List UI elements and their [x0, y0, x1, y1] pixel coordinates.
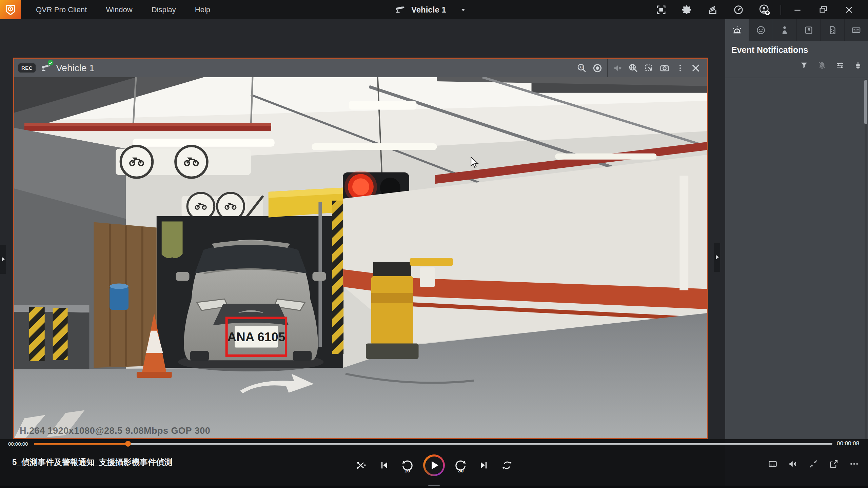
playback-controls: 10 30	[354, 451, 514, 479]
play-button[interactable]	[423, 454, 445, 476]
person-icon	[780, 25, 790, 35]
camera-video-content: H.264 1920x1080@28.5 9.08Mbps GOP 300	[14, 77, 707, 438]
divider	[607, 59, 608, 77]
system-icons	[648, 0, 862, 19]
close-view-button[interactable]	[688, 59, 704, 77]
duration-time: 00:00:08	[837, 440, 859, 447]
connected-check-icon	[47, 59, 54, 66]
tab-face-recognition[interactable]	[749, 19, 773, 41]
mute-notifications-icon[interactable]	[817, 61, 827, 70]
expand-right-icon	[715, 255, 719, 260]
sequential-view-button[interactable]	[704, 0, 721, 19]
tab-license-plates[interactable]	[845, 19, 868, 41]
tab-people-detection[interactable]	[773, 19, 797, 41]
qvr-logo-icon	[5, 4, 16, 16]
right-panel-expander[interactable]	[714, 243, 720, 272]
minimize-button[interactable]	[789, 0, 806, 19]
receipt-qr-icon	[827, 25, 837, 35]
menu-window[interactable]: Window	[106, 5, 132, 14]
region-snapshot-button[interactable]	[641, 59, 657, 77]
view-option-buttons	[768, 459, 859, 469]
collapse-icon[interactable]	[808, 459, 818, 469]
divider	[781, 5, 781, 15]
license-plate-icon	[851, 25, 861, 35]
view-selector-dropdown[interactable]: Vehicle 1	[394, 0, 467, 19]
mute-button[interactable]	[610, 59, 626, 77]
event-notifications-panel: Event Notifications	[725, 19, 868, 488]
camera-view-window[interactable]: H.264 1920x1080@28.5 9.08Mbps GOP 300 RE…	[13, 58, 708, 439]
garage-scene	[14, 77, 707, 438]
tab-event-notifications[interactable]	[725, 19, 749, 41]
next-button[interactable]	[477, 455, 491, 475]
forward-seconds-label: 30	[454, 468, 468, 473]
sidebar-scrollbar[interactable]	[865, 79, 867, 488]
divider	[725, 78, 868, 78]
chevron-down-icon	[460, 6, 467, 13]
stream-info-overlay: H.264 1920x1080@28.5 9.08Mbps GOP 300	[20, 426, 210, 436]
restore-button[interactable]	[815, 0, 832, 19]
cctv-camera-icon	[394, 4, 406, 16]
scrollbar-thumb[interactable]	[864, 80, 867, 124]
shuffle-button[interactable]	[354, 455, 368, 475]
digital-zoom-button[interactable]	[626, 59, 641, 77]
left-panel-expander[interactable]	[0, 245, 6, 274]
alarm-siren-icon	[732, 25, 742, 35]
account-button[interactable]	[756, 0, 773, 19]
seek-progress	[34, 443, 128, 445]
more-options-button[interactable]	[672, 59, 688, 77]
seek-handle[interactable]	[125, 441, 131, 447]
camera-toolbar: AI	[574, 59, 704, 77]
notification-settings-icon[interactable]	[835, 61, 845, 70]
loop-button[interactable]	[500, 455, 514, 475]
app-menus: QVR Pro Client Window Display Help	[36, 5, 210, 14]
panel-title: Event Notifications	[731, 45, 808, 55]
user-badge-icon	[758, 4, 770, 16]
mouse-cursor	[470, 157, 480, 168]
clip-title: 5_偵測事件及警報通知_支援攝影機事件偵測	[12, 457, 172, 468]
close-button[interactable]	[841, 0, 857, 19]
fullscreen-button[interactable]	[653, 0, 670, 19]
face-icon	[756, 25, 766, 35]
view-selector-label: Vehicle 1	[411, 5, 446, 15]
forward-30-button[interactable]: 30	[454, 455, 468, 475]
bookmark-icon	[804, 25, 814, 35]
sidebar-tabs	[725, 19, 868, 41]
menu-help[interactable]: Help	[195, 5, 210, 14]
notification-filter-bar	[800, 61, 863, 70]
tab-bookmarks[interactable]	[797, 19, 821, 41]
filter-icon[interactable]	[800, 61, 809, 70]
ai-search-button[interactable]: AI	[574, 59, 590, 77]
gear-icon	[682, 4, 692, 15]
drag-handle[interactable]	[428, 485, 440, 487]
stack-queue-icon	[707, 4, 718, 15]
tab-transactions[interactable]	[821, 19, 844, 41]
volume-icon[interactable]	[788, 459, 798, 469]
app-logo	[0, 0, 21, 19]
rewind-seconds-label: 10	[400, 468, 414, 473]
camera-status-icon-wrap	[40, 63, 51, 74]
menu-qvr-pro-client[interactable]: QVR Pro Client	[36, 5, 87, 14]
camera-title-bar[interactable]: REC Vehicle 1	[14, 59, 707, 77]
expand-right-icon	[1, 257, 5, 262]
menu-bar: QVR Pro Client Window Display Help Vehic…	[0, 0, 868, 19]
rec-badge: REC	[18, 63, 36, 73]
playback-bar: 00:00:00 00:00:08 5_偵測事件及警報通知_支援攝影機事件偵測	[0, 439, 868, 488]
caption-icon[interactable]	[768, 459, 778, 469]
camera-title: Vehicle 1	[56, 63, 95, 74]
seek-bar[interactable]	[34, 443, 832, 445]
qvr-pro-client-window: QVR Pro Client Window Display Help Vehic…	[0, 0, 868, 488]
rewind-10-button[interactable]: 10	[400, 455, 414, 475]
more-icon[interactable]	[849, 459, 859, 469]
menu-display[interactable]: Display	[152, 5, 176, 14]
play-icon	[432, 461, 438, 469]
elapsed-time: 00:00:00	[8, 441, 28, 447]
settings-button[interactable]	[678, 0, 695, 19]
gauge-icon	[733, 4, 744, 15]
snapshot-button[interactable]	[657, 59, 672, 77]
popout-icon[interactable]	[829, 459, 839, 469]
previous-button[interactable]	[377, 455, 391, 475]
record-button[interactable]	[590, 59, 605, 77]
dashboard-button[interactable]	[730, 0, 747, 19]
clear-notifications-icon[interactable]	[853, 61, 863, 70]
svg-text:AI: AI	[579, 65, 583, 69]
